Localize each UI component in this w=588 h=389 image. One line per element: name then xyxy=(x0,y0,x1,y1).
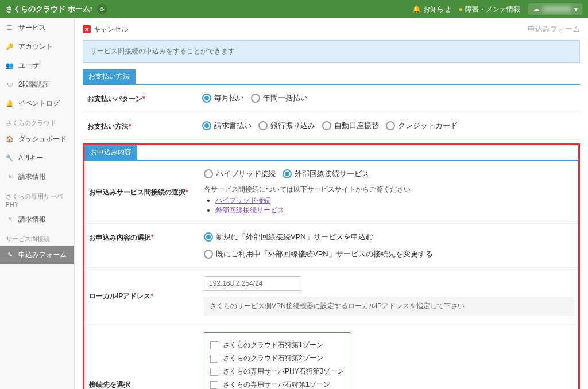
checkbox-icon xyxy=(210,381,218,389)
radio-monthly[interactable]: 毎月払い xyxy=(202,93,244,103)
wrench-icon: 🔧 xyxy=(6,154,14,162)
checkbox-phy-ishikari3[interactable]: さくらの専用サーバPHY石狩第3ゾーン xyxy=(210,365,344,378)
sidebar-group-service: サービス間接続 xyxy=(0,229,74,246)
payment-method-row: お支払い方法* 請求書払い 銀行振り込み 自動口座振替 クレジットカード xyxy=(83,112,580,140)
destination-row: 接続先を選択 さくらのクラウド石狩第1ゾーン さくらのクラウド石狩第2ゾーン さ… xyxy=(84,324,578,389)
sidebar-item-eventlog[interactable]: 🔔イベントログ xyxy=(0,94,74,113)
users-icon: 👥 xyxy=(6,62,14,69)
payment-pattern-row: お支払いパターン* 毎月払い 年間一括払い xyxy=(83,85,580,112)
sidebar-item-phy-billing[interactable]: ￥請求情報 xyxy=(0,210,74,229)
checkbox-ishikari1[interactable]: さくらのクラウド石狩第1ゾーン xyxy=(210,339,344,352)
payment-section: お支払い方法 お支払いパターン* 毎月払い 年間一括払い お支払い方法* 請求書… xyxy=(83,69,580,140)
gauge-icon: 🏠 xyxy=(6,135,14,143)
radio-icon xyxy=(251,94,260,103)
main-content: ✕ キャンセル 申込みフォーム サービス間接続の申込みをすることができます お支… xyxy=(75,18,588,389)
checkbox-ishikari2[interactable]: さくらのクラウド石狩第2ゾーン xyxy=(210,352,344,365)
radio-icon xyxy=(283,169,292,178)
radio-icon xyxy=(204,169,213,178)
notice-link[interactable]: 🔔 お知らせ xyxy=(412,5,451,14)
info-banner: サービス間接続の申込みをすることができます xyxy=(83,40,580,63)
destination-checkbox-group: さくらのクラウド石狩第1ゾーン さくらのクラウド石狩第2ゾーン さくらの専用サー… xyxy=(204,332,350,389)
section-header-application: お申込み内容 xyxy=(84,145,137,160)
sidebar-item-users[interactable]: 👥ユーザ xyxy=(0,56,74,75)
key-icon: 🔑 xyxy=(6,43,14,50)
sidebar-item-account[interactable]: 🔑アカウント xyxy=(0,37,74,56)
sidebar-item-services[interactable]: ☰サービス xyxy=(0,18,74,37)
radio-creditcard[interactable]: クレジットカード xyxy=(386,120,458,131)
application-section: お申込み内容 お申込みサービス間接続の選択* ハイブリッド接続 外部回線接続サー… xyxy=(83,143,580,389)
sidebar: ☰サービス 🔑アカウント 👥ユーザ 🛡2段階認証 🔔イベントログ さくらのクラウ… xyxy=(0,18,75,389)
link-hybrid[interactable]: ハイブリッド接続 xyxy=(215,196,270,204)
refresh-icon[interactable]: ⟳ xyxy=(97,4,107,14)
checkbox-icon xyxy=(210,355,218,363)
close-icon: ✕ xyxy=(83,25,91,33)
sidebar-item-billing[interactable]: ￥請求情報 xyxy=(0,168,74,186)
radio-yearly[interactable]: 年間一括払い xyxy=(251,93,308,103)
radio-icon xyxy=(202,94,211,103)
sidebar-item-dashboard[interactable]: 🏠ダッシュボード xyxy=(0,130,74,149)
link-external[interactable]: 外部回線接続サービス xyxy=(215,206,284,214)
sidebar-item-apikey[interactable]: 🔧APIキー xyxy=(0,149,74,168)
radio-external[interactable]: 外部回線接続サービス xyxy=(283,169,369,179)
account-name xyxy=(543,6,571,13)
radio-icon xyxy=(204,232,213,242)
list-icon: ☰ xyxy=(6,24,14,32)
chevron-down-icon: ▾ xyxy=(574,5,578,13)
content-select-row: お申込み内容の選択* 新規に「外部回線接続VPN」サービスを申込む 既にご利用中… xyxy=(84,224,578,268)
ip-helper: さくらのサービス側VPN接続機器に設定するローカルIPアドレスを指定して下さい xyxy=(204,297,574,316)
pencil-icon: ✎ xyxy=(6,251,14,259)
radio-banktransfer[interactable]: 銀行振り込み xyxy=(258,120,315,131)
sidebar-group-cloud: さくらのクラウド xyxy=(0,113,74,130)
service-helper: 各サービス間接続については以下サービスサイトからご覧ください xyxy=(204,185,574,194)
bell-icon: 🔔 xyxy=(6,100,14,107)
radio-icon xyxy=(204,250,213,259)
service-select-row: お申込みサービス間接続の選択* ハイブリッド接続 外部回線接続サービス 各サービ… xyxy=(84,161,578,224)
app-title: さくらのクラウド ホーム: xyxy=(6,4,92,14)
local-ip-row: ローカルIPアドレス* さくらのサービス側VPN接続機器に設定するローカルIPア… xyxy=(84,268,578,324)
radio-change-vpn[interactable]: 既にご利用中「外部回線接続VPN」サービスの接続先を変更する xyxy=(204,249,433,259)
yen-icon: ￥ xyxy=(6,173,14,181)
checkbox-icon xyxy=(210,368,218,376)
sidebar-group-phy: さくらの専用サーバ PHY xyxy=(0,186,74,210)
yen-icon: ￥ xyxy=(6,215,14,224)
radio-icon xyxy=(322,121,331,130)
radio-icon xyxy=(258,121,268,130)
radio-invoice[interactable]: 請求書払い xyxy=(202,120,252,131)
shield-icon: 🛡 xyxy=(6,81,14,88)
radio-icon xyxy=(202,121,211,130)
page-title: 申込みフォーム xyxy=(528,24,580,34)
account-menu[interactable]: ☁ ▾ xyxy=(528,3,582,15)
status-link[interactable]: ● 障害・メンテ情報 xyxy=(459,5,520,14)
bell-icon: 🔔 xyxy=(412,5,421,13)
cancel-button[interactable]: ✕ キャンセル xyxy=(83,25,128,34)
checkbox-dedicated1[interactable]: さくらの専用サーバ石狩第1ゾーン xyxy=(210,378,344,389)
radio-new-vpn[interactable]: 新規に「外部回線接続VPN」サービスを申込む xyxy=(204,232,373,242)
sidebar-item-2fa[interactable]: 🛡2段階認証 xyxy=(0,75,74,94)
section-header-payment: お支払い方法 xyxy=(83,69,136,84)
status-icon: ● xyxy=(459,5,463,13)
local-ip-input[interactable] xyxy=(204,276,301,291)
cloud-icon: ☁ xyxy=(533,5,540,13)
checkbox-icon xyxy=(210,341,218,349)
radio-icon xyxy=(386,121,395,130)
radio-hybrid[interactable]: ハイブリッド接続 xyxy=(204,169,276,179)
radio-autodebit[interactable]: 自動口座振替 xyxy=(322,120,379,131)
sidebar-item-application[interactable]: ✎申込みフォーム xyxy=(0,246,74,264)
top-header: さくらのクラウド ホーム: ⟳ 🔔 お知らせ ● 障害・メンテ情報 ☁ ▾ xyxy=(0,0,588,18)
